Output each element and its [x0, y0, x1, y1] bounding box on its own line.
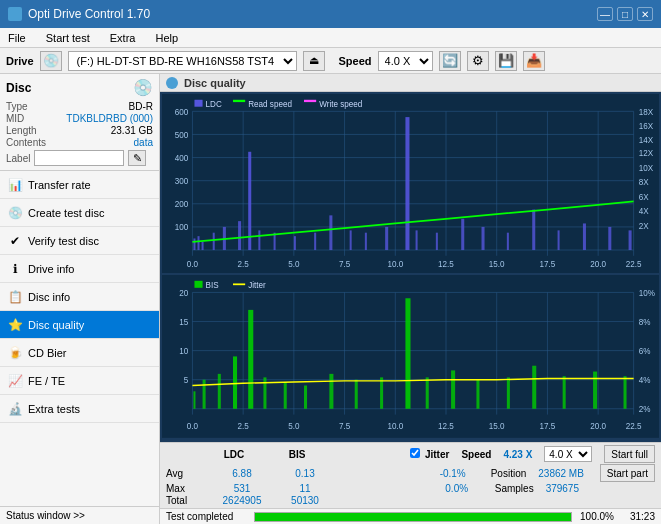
svg-rect-122 [380, 378, 383, 409]
save-icon[interactable]: 📥 [523, 51, 545, 71]
svg-text:10%: 10% [639, 288, 655, 299]
svg-rect-55 [329, 215, 332, 250]
drive-info-icon: ℹ [8, 262, 22, 276]
speed-select[interactable]: 4.0 X [378, 51, 433, 71]
drivebar: Drive 💿 (F:) HL-DT-ST BD-RE WH16NS58 TST… [0, 48, 661, 74]
start-part-button[interactable]: Start part [600, 464, 655, 482]
svg-rect-63 [482, 227, 485, 250]
menu-file[interactable]: File [4, 31, 30, 45]
svg-rect-126 [476, 380, 479, 409]
sidebar-item-drive-info[interactable]: ℹ Drive info [0, 255, 159, 283]
disc-label-edit-button[interactable]: ✎ [128, 150, 146, 166]
menu-start-test[interactable]: Start test [42, 31, 94, 45]
svg-rect-47 [213, 233, 215, 250]
svg-text:4X: 4X [639, 206, 649, 217]
svg-text:20: 20 [179, 288, 188, 299]
svg-text:Jitter: Jitter [248, 279, 266, 290]
svg-rect-54 [314, 233, 316, 250]
svg-rect-57 [365, 233, 367, 250]
sidebar-item-disc-info[interactable]: 📋 Disc info [0, 283, 159, 311]
stats-max-row: Max 531 11 0.0% Samples 379675 [166, 483, 655, 494]
bis-col-header: BIS [272, 449, 322, 460]
sidebar-item-transfer-rate-label: Transfer rate [28, 179, 91, 191]
sidebar-item-cd-bier[interactable]: 🍺 CD Bier [0, 339, 159, 367]
svg-rect-45 [198, 236, 200, 250]
svg-text:6%: 6% [639, 346, 651, 357]
sidebar-item-transfer-rate[interactable]: 📊 Transfer rate [0, 171, 159, 199]
chart-ldc: 600 500 400 300 200 100 18X 16X 14X 12X … [162, 94, 659, 273]
settings-icon[interactable]: ⚙ [467, 51, 489, 71]
maximize-button[interactable]: □ [617, 7, 633, 21]
svg-text:4%: 4% [639, 375, 651, 386]
status-window-button[interactable]: Status window >> [6, 510, 85, 521]
svg-rect-70 [194, 100, 202, 107]
samples-label: Samples [495, 483, 534, 494]
svg-text:12.5: 12.5 [438, 259, 454, 270]
extra-tests-icon: 🔬 [8, 402, 22, 416]
svg-rect-66 [558, 230, 560, 250]
disc-label-input[interactable] [34, 150, 124, 166]
titlebar-title: Opti Drive Control 1.70 [8, 7, 150, 21]
svg-text:7.5: 7.5 [339, 259, 350, 270]
svg-text:10.0: 10.0 [387, 420, 403, 431]
jitter-checkbox[interactable] [410, 448, 420, 458]
sidebar-item-extra-tests[interactable]: 🔬 Extra tests [0, 395, 159, 423]
svg-text:0.0: 0.0 [187, 420, 198, 431]
svg-text:18X: 18X [639, 106, 654, 117]
svg-text:2X: 2X [639, 221, 649, 232]
svg-rect-59 [405, 117, 409, 250]
stats-header-row: LDC BIS Jitter Speed 4.23 X 4.0 X Start … [204, 445, 655, 463]
stats-bar: LDC BIS Jitter Speed 4.23 X 4.0 X Start … [160, 442, 661, 508]
svg-text:2.5: 2.5 [238, 420, 249, 431]
close-button[interactable]: ✕ [637, 7, 653, 21]
disc-contents-label: Contents [6, 137, 46, 148]
ldc-col-header: LDC [204, 449, 264, 460]
svg-text:400: 400 [175, 153, 189, 164]
svg-rect-128 [532, 366, 536, 409]
svg-text:15.0: 15.0 [489, 259, 505, 270]
drive-icon-btn[interactable]: 💿 [40, 51, 62, 71]
sidebar-item-disc-quality-label: Disc quality [28, 319, 84, 331]
menu-extra[interactable]: Extra [106, 31, 140, 45]
max-bis: 11 [280, 483, 330, 494]
sidebar-item-disc-quality[interactable]: ⭐ Disc quality [0, 311, 159, 339]
start-full-button[interactable]: Start full [604, 445, 655, 463]
svg-text:LDC: LDC [206, 98, 222, 109]
svg-text:2.5: 2.5 [238, 259, 249, 270]
svg-rect-124 [426, 378, 429, 409]
content-area: Disc quality [160, 74, 661, 524]
sidebar-item-fe-te[interactable]: 📈 FE / TE [0, 367, 159, 395]
eject-button[interactable]: ⏏ [303, 51, 325, 71]
sidebar-item-create-test-disc[interactable]: 💿 Create test disc [0, 199, 159, 227]
main-layout: Disc 💿 Type BD-R MID TDKBLDRBD (000) Len… [0, 74, 661, 524]
progress-bar-container: Test completed 100.0% 31:23 [160, 508, 661, 524]
menu-help[interactable]: Help [151, 31, 182, 45]
svg-text:5.0: 5.0 [288, 259, 299, 270]
svg-rect-65 [532, 210, 535, 250]
svg-rect-129 [563, 376, 566, 409]
samples-value: 379675 [546, 483, 579, 494]
disc-mid-value: TDKBLDRBD (000) [66, 113, 153, 124]
svg-text:100: 100 [175, 222, 189, 233]
svg-text:8%: 8% [639, 317, 651, 328]
position-value: 23862 MB [538, 468, 584, 479]
disc-panel-icon[interactable]: 💿 [133, 78, 153, 97]
disc-length-label: Length [6, 125, 37, 136]
disc-quality-title: Disc quality [184, 77, 246, 89]
minimize-button[interactable]: — [597, 7, 613, 21]
svg-text:20.0: 20.0 [590, 420, 606, 431]
refresh-icon[interactable]: 🔄 [439, 51, 461, 71]
disc-panel-title: Disc [6, 81, 31, 95]
sidebar-item-verify-test-disc-label: Verify test disc [28, 235, 99, 247]
disc-length-value: 23.31 GB [111, 125, 153, 136]
svg-rect-115 [233, 357, 237, 409]
disc-burn-icon[interactable]: 💾 [495, 51, 517, 71]
speed-value-stats: 4.23 X [503, 449, 532, 460]
drive-select[interactable]: (F:) HL-DT-ST BD-RE WH16NS58 TST4 [68, 51, 297, 71]
progress-time: 31:23 [630, 511, 655, 522]
svg-rect-112 [193, 391, 195, 408]
stats-speed-select[interactable]: 4.0 X [544, 446, 592, 462]
sidebar-item-verify-test-disc[interactable]: ✔ Verify test disc [0, 227, 159, 255]
stats-avg-row: Avg 6.88 0.13 -0.1% Position 23862 MB St… [166, 464, 655, 482]
svg-rect-67 [583, 223, 586, 250]
